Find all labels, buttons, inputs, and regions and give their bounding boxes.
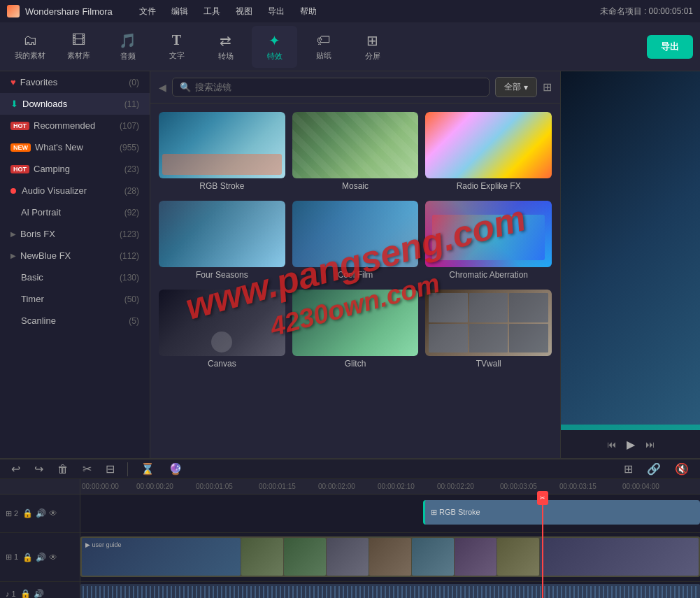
prev-btn[interactable]: ⏮ [607, 439, 616, 450]
effect-four-seasons[interactable]: Four Seasons [159, 201, 285, 283]
audio-waveform [80, 584, 700, 598]
chevron-down-icon: ▾ [524, 83, 528, 92]
effect-thumb-radio [425, 112, 552, 178]
sidebar-item-favorites[interactable]: ♥ Favorites (0) [0, 71, 150, 93]
snap-btn[interactable]: ⊞ [620, 460, 637, 478]
effect-radio-explike-fx[interactable]: Radio Explike FX [425, 112, 552, 194]
effect-rgb-stroke[interactable]: RGB Stroke [159, 112, 285, 194]
effect-chromatic-aberration[interactable]: Chromatic Aberration [425, 201, 552, 283]
track2-audio-icon[interactable]: 🔊 [36, 508, 46, 518]
search-icon: 🔍 [180, 82, 191, 92]
audio-lock-icon[interactable]: 🔒 [20, 589, 31, 598]
playhead[interactable]: ✂ [542, 494, 543, 598]
effect-tvwall[interactable]: TVwall [425, 290, 552, 371]
sidebar-count-timer: (50) [124, 294, 139, 304]
timeline-content: ⊞ 2 🔒 🔊 👁 ⊞ 1 🔒 🔊 👁 ♪ 1 [0, 479, 700, 598]
sidebar-count-ai-portrait: (92) [124, 208, 139, 218]
play-btn[interactable]: ▶ [627, 438, 635, 451]
sidebar-item-ai-portrait[interactable]: Al Portrait (92) [0, 201, 150, 223]
sidebar-item-downloads[interactable]: ⬇ Downloads (11) [0, 93, 150, 115]
effect-label-tvwall: TVwall [425, 356, 552, 371]
titlebar: Wondershare Filmora 文件 编辑 工具 视图 导出 帮助 未命… [0, 0, 700, 22]
tool-library[interactable]: 🎞 素材库 [56, 26, 101, 68]
track2-lock-icon[interactable]: 🔒 [22, 508, 33, 518]
track1-audio-icon[interactable]: 🔊 [36, 553, 46, 562]
menu-tools[interactable]: 工具 [197, 3, 227, 20]
audio-track-row [80, 582, 700, 598]
speed-btn[interactable]: ⌛ [136, 460, 159, 478]
sidebar-label-favorites: Favorites [20, 77, 129, 87]
delete-btn[interactable]: 🗑 [53, 460, 73, 478]
track-label-audio: ♪ 1 [6, 590, 16, 598]
sidebar-item-whats-new[interactable]: NEW What's New (955) [0, 136, 150, 158]
menu-file[interactable]: 文件 [132, 3, 163, 20]
link-btn[interactable]: 🔗 [643, 460, 665, 478]
track2-eye-icon[interactable]: 👁 [49, 508, 57, 518]
arrow-icon-boris: ▶ [10, 230, 16, 238]
filter-dropdown[interactable]: 全部 ▾ [495, 77, 537, 97]
sidebar-label-timer: Timer [21, 294, 124, 304]
effect-label-mosaic: Mosaic [292, 178, 419, 194]
sidebar-item-scanline[interactable]: Scanline (5) [0, 310, 150, 332]
sidebar-item-boris-fx[interactable]: ▶ Boris FX (123) [0, 223, 150, 245]
sidebar-item-timer[interactable]: Timer (50) [0, 288, 150, 310]
sidebar-item-recommended[interactable]: HOT Recommended (107) [0, 115, 150, 136]
sidebar-item-newblue-fx[interactable]: ▶ NewBlue FX (112) [0, 245, 150, 266]
audio-mute-btn[interactable]: 🔇 [671, 460, 693, 478]
trim-btn[interactable]: ⊟ [101, 460, 119, 478]
timeline-tracks[interactable]: 00:00:00:00 00:00:00:20 00:00:01:05 00:0… [80, 479, 700, 598]
video-clip-main[interactable]: ▶ user guide [80, 536, 700, 577]
effect-clip-rgb-stroke[interactable]: ⊞ RGB Stroke [423, 500, 700, 525]
effect-thumb-rgb-stroke [159, 112, 285, 178]
effects-panel: ◀ 🔍 全部 ▾ ⊞ RGB Stroke [150, 71, 560, 458]
sidebar-item-basic[interactable]: Basic (130) [0, 266, 150, 288]
tool-split[interactable]: ⊞ 分屏 [350, 26, 395, 68]
sidebar-item-audio-visualizer[interactable]: Audio Visualizer (28) [0, 180, 150, 201]
tool-stickers[interactable]: 🏷 贴纸 [301, 26, 346, 68]
tool-assets[interactable]: 🗂 我的素材 [7, 26, 52, 68]
effect-label-canvas: Canvas [159, 356, 285, 371]
sidebar-count-favorites: (0) [129, 78, 139, 87]
assets-label: 我的素材 [15, 50, 45, 61]
transition-icon: ⇄ [220, 32, 231, 49]
sidebar-label-recommended: Recommended [34, 120, 120, 131]
menu-view[interactable]: 视图 [229, 3, 259, 20]
tool-effects[interactable]: ✦ 特效 [252, 26, 297, 68]
timeline-ruler: 00:00:00:00 00:00:00:20 00:00:01:05 00:0… [80, 479, 700, 494]
effect-cool-film[interactable]: Cool Film [292, 201, 419, 283]
menu-export[interactable]: 导出 [261, 3, 292, 20]
next-btn[interactable]: ⏭ [645, 439, 655, 450]
preview-panel: ⏮ ▶ ⏭ [560, 71, 700, 458]
tool-text[interactable]: T 文字 [154, 26, 199, 68]
track-label-1: ⊞ 1 [6, 553, 18, 562]
sidebar-label-camping: Camping [34, 164, 124, 174]
sidebar-count-recommended: (107) [120, 121, 139, 131]
effect-mosaic[interactable]: Mosaic [292, 112, 419, 194]
sidebar-item-camping[interactable]: HOT Camping (23) [0, 158, 150, 180]
undo-btn[interactable]: ↩ [7, 460, 24, 478]
export-button[interactable]: 导出 [647, 35, 693, 59]
track1-lock-icon[interactable]: 🔒 [22, 553, 33, 562]
effect-glitch[interactable]: Glitch [292, 290, 419, 371]
redo-btn[interactable]: ↪ [30, 460, 48, 478]
menu-edit[interactable]: 编辑 [164, 3, 195, 20]
tool-transition[interactable]: ⇄ 转场 [203, 26, 248, 68]
tool-audio[interactable]: 🎵 音频 [105, 26, 150, 68]
track-1-row: ▶ user guide [80, 533, 700, 582]
magic-btn[interactable]: 🔮 [164, 460, 187, 478]
search-input[interactable] [195, 82, 482, 92]
heart-icon: ♥ [10, 77, 16, 87]
assets-icon: 🗂 [23, 32, 37, 48]
cut-btn[interactable]: ✂ [78, 460, 96, 478]
audio-vol-icon[interactable]: 🔊 [34, 589, 44, 598]
sidebar-count-whats-new: (955) [120, 143, 139, 152]
collapse-btn[interactable]: ◀ [159, 82, 166, 93]
menu-help[interactable]: 帮助 [293, 3, 324, 20]
sidebar-count-scanline: (5) [129, 316, 139, 326]
search-box: 🔍 [172, 78, 490, 97]
app-name: Wondershare Filmora [25, 6, 113, 17]
grid-view-btn[interactable]: ⊞ [543, 80, 552, 94]
effect-canvas[interactable]: Canvas [159, 290, 285, 371]
track-ctrl-2: ⊞ 2 🔒 🔊 👁 [0, 494, 80, 533]
track1-eye-icon[interactable]: 👁 [49, 553, 57, 562]
